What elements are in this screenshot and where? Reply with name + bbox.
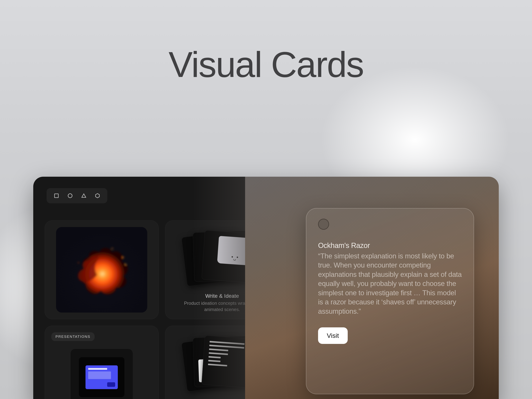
left-pane: Write & Ideate Product ideation concepts… — [33, 177, 245, 399]
card-fire[interactable] — [45, 220, 159, 319]
card-title: Write & Ideate — [205, 293, 239, 299]
fire-thumbnail — [56, 227, 147, 313]
glass-title: Ockham's Razor — [318, 241, 462, 250]
app-window: Write & Ideate Product ideation concepts… — [33, 177, 499, 399]
presentations-tag: PRESENTATIONS — [51, 332, 95, 341]
shape-square-button[interactable] — [50, 191, 63, 201]
shape-hexagon-button[interactable] — [91, 191, 104, 201]
circle-icon — [318, 219, 329, 230]
svg-point-4 — [78, 262, 79, 263]
shape-triangle-button[interactable] — [77, 191, 91, 201]
svg-rect-0 — [55, 194, 58, 198]
card-presentations[interactable]: PRESENTATIONS — [45, 326, 159, 399]
glass-card[interactable]: Ockham's Razor “The simplest explanation… — [306, 208, 474, 394]
presentation-thumbnail — [70, 349, 133, 399]
glass-body: “The simplest explanation is most likely… — [318, 252, 462, 316]
svg-point-5 — [112, 248, 113, 249]
svg-point-2 — [122, 257, 124, 258]
shape-toolbar — [47, 188, 107, 203]
visit-button[interactable]: Visit — [318, 327, 348, 344]
page-title: Visual Cards — [169, 44, 363, 85]
svg-point-1 — [68, 194, 72, 198]
right-pane: Ockham's Razor “The simplest explanation… — [245, 177, 499, 399]
cards-grid: Write & Ideate Product ideation concepts… — [45, 220, 256, 399]
svg-point-3 — [125, 264, 126, 265]
shape-circle-button[interactable] — [63, 191, 77, 201]
